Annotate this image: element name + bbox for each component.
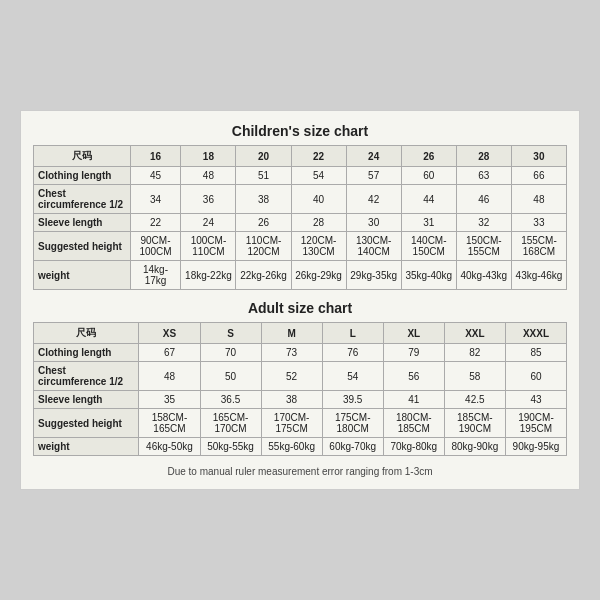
cell-value: 158CM-165CM xyxy=(139,409,200,438)
cell-value: 70 xyxy=(200,344,261,362)
cell-value: 38 xyxy=(261,391,322,409)
cell-value: 54 xyxy=(291,167,346,185)
cell-value: 66 xyxy=(511,167,566,185)
column-header: 30 xyxy=(511,146,566,167)
column-header: 26 xyxy=(401,146,456,167)
cell-value: 73 xyxy=(261,344,322,362)
cell-value: 140CM-150CM xyxy=(401,232,456,261)
cell-value: 56 xyxy=(383,362,444,391)
row-label: weight xyxy=(34,438,139,456)
cell-value: 26 xyxy=(236,214,291,232)
cell-value: 38 xyxy=(236,185,291,214)
cell-value: 45 xyxy=(130,167,181,185)
cell-value: 185CM-190CM xyxy=(444,409,505,438)
cell-value: 130CM-140CM xyxy=(346,232,401,261)
column-header: 尺码 xyxy=(34,146,131,167)
cell-value: 42 xyxy=(346,185,401,214)
column-header: XXL xyxy=(444,323,505,344)
cell-value: 28 xyxy=(291,214,346,232)
cell-value: 60 xyxy=(505,362,566,391)
column-header: 18 xyxy=(181,146,236,167)
column-header: XXXL xyxy=(505,323,566,344)
cell-value: 14kg-17kg xyxy=(130,261,181,290)
cell-value: 36.5 xyxy=(200,391,261,409)
cell-value: 41 xyxy=(383,391,444,409)
cell-value: 50 xyxy=(200,362,261,391)
table-row: Sleeve length2224262830313233 xyxy=(34,214,567,232)
cell-value: 30 xyxy=(346,214,401,232)
table-row: Clothing length4548515457606366 xyxy=(34,167,567,185)
row-label: Chest circumference 1/2 xyxy=(34,185,131,214)
cell-value: 40kg-43kg xyxy=(456,261,511,290)
table-row: weight46kg-50kg50kg-55kg55kg-60kg60kg-70… xyxy=(34,438,567,456)
cell-value: 44 xyxy=(401,185,456,214)
row-label: Sleeve length xyxy=(34,214,131,232)
column-header: 16 xyxy=(130,146,181,167)
cell-value: 180CM-185CM xyxy=(383,409,444,438)
cell-value: 82 xyxy=(444,344,505,362)
column-header: 24 xyxy=(346,146,401,167)
cell-value: 60 xyxy=(401,167,456,185)
cell-value: 90CM-100CM xyxy=(130,232,181,261)
column-header: 尺码 xyxy=(34,323,139,344)
cell-value: 40 xyxy=(291,185,346,214)
footer-note: Due to manual ruler measurement error ra… xyxy=(33,466,567,477)
cell-value: 43 xyxy=(505,391,566,409)
cell-value: 35kg-40kg xyxy=(401,261,456,290)
cell-value: 32 xyxy=(456,214,511,232)
cell-value: 46 xyxy=(456,185,511,214)
chart-container: Children's size chart 尺码1618202224262830… xyxy=(20,110,580,490)
cell-value: 34 xyxy=(130,185,181,214)
cell-value: 190CM-195CM xyxy=(505,409,566,438)
cell-value: 155CM-168CM xyxy=(511,232,566,261)
column-header: 20 xyxy=(236,146,291,167)
row-label: Suggested height xyxy=(34,232,131,261)
cell-value: 120CM-130CM xyxy=(291,232,346,261)
cell-value: 48 xyxy=(511,185,566,214)
table-row: Suggested height158CM-165CM165CM-170CM17… xyxy=(34,409,567,438)
column-header: L xyxy=(322,323,383,344)
cell-value: 33 xyxy=(511,214,566,232)
row-label: weight xyxy=(34,261,131,290)
cell-value: 90kg-95kg xyxy=(505,438,566,456)
row-label: Chest circumference 1/2 xyxy=(34,362,139,391)
cell-value: 39.5 xyxy=(322,391,383,409)
cell-value: 52 xyxy=(261,362,322,391)
cell-value: 58 xyxy=(444,362,505,391)
children-table: 尺码1618202224262830 Clothing length454851… xyxy=(33,145,567,290)
column-header: XS xyxy=(139,323,200,344)
cell-value: 175CM-180CM xyxy=(322,409,383,438)
row-label: Clothing length xyxy=(34,167,131,185)
row-label: Sleeve length xyxy=(34,391,139,409)
cell-value: 170CM-175CM xyxy=(261,409,322,438)
cell-value: 57 xyxy=(346,167,401,185)
row-label: Clothing length xyxy=(34,344,139,362)
cell-value: 63 xyxy=(456,167,511,185)
table-row: Chest circumference 1/248505254565860 xyxy=(34,362,567,391)
table-row: Chest circumference 1/23436384042444648 xyxy=(34,185,567,214)
cell-value: 22kg-26kg xyxy=(236,261,291,290)
row-label: Suggested height xyxy=(34,409,139,438)
cell-value: 80kg-90kg xyxy=(444,438,505,456)
cell-value: 18kg-22kg xyxy=(181,261,236,290)
column-header: XL xyxy=(383,323,444,344)
cell-value: 55kg-60kg xyxy=(261,438,322,456)
cell-value: 85 xyxy=(505,344,566,362)
cell-value: 60kg-70kg xyxy=(322,438,383,456)
cell-value: 22 xyxy=(130,214,181,232)
cell-value: 165CM-170CM xyxy=(200,409,261,438)
cell-value: 54 xyxy=(322,362,383,391)
cell-value: 46kg-50kg xyxy=(139,438,200,456)
cell-value: 76 xyxy=(322,344,383,362)
cell-value: 48 xyxy=(139,362,200,391)
cell-value: 42.5 xyxy=(444,391,505,409)
cell-value: 100CM-110CM xyxy=(181,232,236,261)
table-row: weight14kg-17kg18kg-22kg22kg-26kg26kg-29… xyxy=(34,261,567,290)
column-header: 28 xyxy=(456,146,511,167)
cell-value: 35 xyxy=(139,391,200,409)
table-row: Suggested height90CM-100CM100CM-110CM110… xyxy=(34,232,567,261)
cell-value: 51 xyxy=(236,167,291,185)
cell-value: 43kg-46kg xyxy=(511,261,566,290)
cell-value: 70kg-80kg xyxy=(383,438,444,456)
cell-value: 29kg-35kg xyxy=(346,261,401,290)
